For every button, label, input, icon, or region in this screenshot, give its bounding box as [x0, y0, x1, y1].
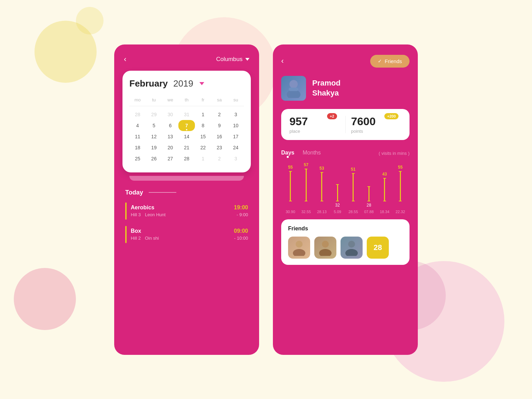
calendar-separator — [129, 106, 244, 106]
chart-bar-group: 55 - — [393, 165, 408, 208]
day-header-mo: mo — [129, 96, 146, 106]
stats-card: +2 957 place +200 7600 points — [281, 109, 410, 140]
chart-bar-group: - 28 — [361, 180, 377, 208]
calendar-dropdown-icon[interactable] — [199, 82, 204, 85]
cal-date-selected[interactable]: 7 — [178, 120, 195, 131]
calendar-month: February — [129, 78, 168, 89]
friend-count-badge[interactable]: 28 — [367, 237, 389, 259]
friend-avatar-3[interactable] — [341, 237, 363, 259]
location-selector[interactable]: Columbus — [216, 56, 249, 63]
cal-date[interactable]: 24 — [228, 142, 244, 153]
bg-blob-yellow — [35, 21, 97, 83]
cal-date[interactable]: 4 — [129, 120, 146, 131]
stat-points: +200 7600 points — [351, 115, 402, 134]
chart-bar-lower-value: 32 — [335, 203, 340, 208]
cal-date[interactable]: 20 — [162, 142, 178, 153]
activity-aerobics[interactable]: Aerobics Hill 3 Leon Hunt 19:00 - 9:00 — [125, 202, 248, 220]
activity-bar — [125, 226, 127, 243]
cal-date[interactable]: 27 — [162, 153, 178, 164]
right-panel-header: ‹ ✓ Friends — [281, 55, 410, 68]
cal-date[interactable]: 21 — [178, 142, 195, 153]
chart-bar-value: 55 — [398, 165, 403, 170]
activity-instructor: Leon Hunt — [145, 212, 166, 217]
cal-date[interactable]: 9 — [211, 120, 227, 131]
cal-date[interactable]: 1 — [195, 109, 211, 120]
chart-container: 55 - 57 - — [281, 163, 410, 214]
calendar-grid: mo tu we th fr sa su 28 29 30 31 1 2 — [129, 96, 244, 164]
cal-date[interactable]: 28 — [129, 109, 146, 120]
cal-date[interactable]: 15 — [195, 131, 211, 142]
chart-bar-group: 55 - — [283, 165, 298, 208]
activity-name: Aerobics — [131, 205, 166, 211]
chart-bar — [368, 186, 370, 201]
bar-tick-bottom — [321, 201, 323, 201]
activity-times: 19:00 - 9:00 — [234, 205, 248, 217]
chart-bar-value: 55 — [288, 165, 293, 170]
chart-bar-value: 53 — [319, 166, 324, 171]
chart-label: 28.13 — [314, 210, 330, 214]
cal-date[interactable]: 17 — [228, 131, 244, 142]
friend-avatar-1[interactable] — [288, 237, 310, 259]
tab-months[interactable]: Months — [303, 150, 321, 157]
day-header-we: we — [162, 96, 178, 106]
cal-date[interactable]: 2 — [211, 109, 227, 120]
activity-instructor: Oin shi — [145, 236, 159, 241]
check-icon: ✓ — [378, 58, 382, 64]
cal-date[interactable]: 5 — [146, 120, 162, 131]
points-badge: +200 — [384, 113, 398, 119]
cal-date[interactable]: 14 — [178, 131, 195, 142]
today-section: Today Aerobics Hill 3 Leon Hunt 19:00 — [122, 189, 251, 249]
chart-bar — [400, 171, 401, 201]
place-badge: +2 — [327, 113, 337, 119]
cal-date[interactable]: 25 — [129, 153, 146, 164]
profile-avatar — [281, 76, 306, 101]
cal-date[interactable]: 26 — [146, 153, 162, 164]
cal-date[interactable]: 3 — [228, 153, 244, 164]
calendar-year: 2019 — [173, 78, 193, 89]
cal-date[interactable]: 10 — [228, 120, 244, 131]
tab-days[interactable]: Days — [281, 150, 294, 157]
bar-tick-bottom — [352, 201, 355, 201]
left-back-button[interactable]: ‹ — [124, 55, 126, 64]
cal-date[interactable]: 11 — [129, 131, 146, 142]
svg-point-7 — [348, 241, 355, 248]
chart-label: 30.90 — [283, 210, 298, 214]
avatar-placeholder — [281, 76, 306, 101]
calendar-header: February 2019 — [129, 78, 244, 89]
cal-date[interactable]: 30 — [162, 109, 178, 120]
chart-label: 5.09 — [330, 210, 346, 214]
cal-date[interactable]: 22 — [195, 142, 211, 153]
bar-tick-bottom — [289, 201, 292, 201]
cal-date[interactable]: 31 — [178, 109, 195, 120]
right-back-button[interactable]: ‹ — [281, 57, 284, 66]
location-label: Columbus — [216, 56, 243, 63]
chart-label: 22.32 — [393, 210, 408, 214]
chart-bar-group: 51 - — [345, 167, 361, 208]
chart-bar-value: 57 — [304, 162, 308, 167]
cal-date[interactable]: 3 — [228, 109, 244, 120]
cal-date[interactable]: 29 — [146, 109, 162, 120]
cal-date[interactable]: 12 — [146, 131, 162, 142]
day-header-tu: tu — [146, 96, 162, 106]
svg-point-5 — [322, 241, 329, 248]
chart-bar-group: 43 - — [377, 172, 393, 208]
cal-date[interactable]: 23 — [211, 142, 227, 153]
cal-date[interactable]: 28 — [178, 153, 195, 164]
left-panel-header: ‹ Columbus — [122, 55, 251, 64]
cal-date[interactable]: 8 — [195, 120, 211, 131]
activity-location: Hill 3 — [131, 212, 141, 217]
cal-date[interactable]: 18 — [129, 142, 146, 153]
profile-section: Pramod Shakya — [281, 76, 410, 101]
cal-date[interactable]: 13 — [162, 131, 178, 142]
friends-button[interactable]: ✓ Friends — [370, 55, 410, 68]
cal-date[interactable]: 19 — [146, 142, 162, 153]
cal-date[interactable]: 2 — [211, 153, 227, 164]
friend-avatar-2[interactable] — [314, 237, 336, 259]
activity-box[interactable]: Box Hill 2 Oin shi 09:00 - 10:00 — [125, 226, 248, 243]
bg-blob-yellow2 — [76, 7, 104, 34]
cal-date[interactable]: 1 — [195, 153, 211, 164]
calendar-week-4: 25 26 27 28 1 2 3 — [129, 153, 244, 164]
cal-date[interactable]: 16 — [211, 131, 227, 142]
bar-tick-bottom — [383, 201, 386, 201]
cal-date[interactable]: 6 — [162, 120, 178, 131]
